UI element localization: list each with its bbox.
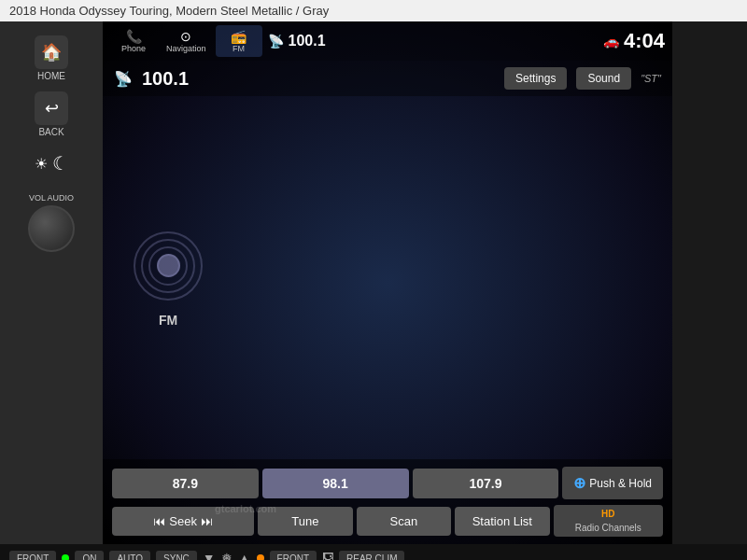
seek-forward-icon: ⏭ [201,514,213,528]
on-button[interactable]: ON [75,551,104,561]
tune-button[interactable]: Tune [258,507,352,536]
navigation-nav-button[interactable]: ⊙ Navigation [159,25,214,57]
infotainment-screen: 📞 Phone ⊙ Navigation 📻 FM 📡 100.1 🚗 4:04 [103,21,672,544]
presets-row: 87.9 98.1 107.9 ⊕ Push & Hold [112,467,663,499]
station-list-button[interactable]: Station List [455,507,549,536]
time-display: 🚗 4:04 [603,29,665,53]
plus-icon: ⊕ [573,474,585,492]
station-display: 📡 100.1 [268,33,326,49]
phone-nav-button[interactable]: 📞 Phone [110,25,157,57]
fm-ring-4 [134,231,203,301]
home-label: HOME [37,71,65,82]
auto-button[interactable]: AUTO [109,551,150,561]
clock: 4:04 [624,29,665,53]
back-label: BACK [38,127,63,138]
seat-heat-icon: ⛾ [322,552,333,560]
bottom-controls-row: FRONT ON AUTO SYNC ▼ ❅ ▲ FRONT ⛾ REAR CL… [9,551,738,561]
actions-row: ⏮ Seek ⏭ Tune Scan Station List HD Radio… [112,505,663,537]
screen-nav: 📞 Phone ⊙ Navigation 📻 FM 📡 100.1 🚗 4:04 [103,21,672,61]
settings-button[interactable]: Settings [504,67,567,90]
vol-knob-area: VOL AUDIO [28,193,75,252]
seek-back-icon: ⏮ [153,514,165,528]
fm-label: FM [159,313,177,328]
hd-label: HD [601,509,614,519]
rear-clim-button[interactable]: REAR CLIM [339,551,404,561]
back-icon: ↩ [35,91,68,125]
left-panel: 🏠 HOME ↩ BACK ☀ ☾ VOL AUDIO [0,21,103,544]
fm-rings [131,229,205,303]
frequency-bar: 📡 100.1 Settings Sound "ST" [103,61,672,96]
brightness-down-icon[interactable]: ☀ [35,155,48,173]
front2-button[interactable]: FRONT [270,551,317,561]
push-hold-label: Push & Hold [589,477,652,490]
sound-button[interactable]: Sound [576,67,631,90]
sync-button[interactable]: SYNC [156,551,197,561]
fm-signal-icon: 📡 [114,70,133,88]
brightness-up-icon[interactable]: ☾ [52,152,69,175]
scan-button[interactable]: Scan [357,507,451,536]
hd-radio-button[interactable]: HD Radio Channels [554,505,663,537]
push-and-hold-button[interactable]: ⊕ Push & Hold [562,467,663,499]
st-badge: "ST" [641,73,661,84]
fm-nav-label: FM [233,44,245,53]
preset-button-2[interactable]: 98.1 [262,469,409,498]
front-button[interactable]: FRONT [9,551,56,561]
car-icon: 🚗 [603,34,619,49]
green-indicator [62,554,69,560]
fm-nav-button[interactable]: 📻 FM [216,25,262,57]
bottom-controls: 87.9 98.1 107.9 ⊕ Push & Hold ⏮ Seek ⏭ T… [103,459,672,544]
title-bar: 2018 Honda Odyssey Touring, Modern Steel… [0,0,747,21]
preset-button-3[interactable]: 107.9 [413,469,559,498]
vol-knob[interactable] [28,205,75,252]
home-icon: 🏠 [35,35,68,69]
home-button[interactable]: 🏠 HOME [35,35,68,82]
current-frequency: 100.1 [142,68,495,90]
navigation-icon: ⊙ [180,29,191,44]
right-panel [672,21,747,544]
phone-icon: 📞 [126,29,142,44]
preset-button-1[interactable]: 87.9 [112,469,259,498]
fan-up-icon[interactable]: ▲ [238,551,251,560]
title-text: 2018 Honda Odyssey Touring, Modern Steel… [9,4,329,18]
orange-indicator [257,554,264,560]
seek-button[interactable]: ⏮ Seek ⏭ [112,507,254,536]
hd-channels-label: Radio Channels [575,523,641,533]
radio-signal-icon: 📡 [268,34,284,49]
brightness-controls: ☀ ☾ [35,152,69,175]
navigation-nav-label: Navigation [166,44,206,53]
fm-visual-area: FM [103,96,672,459]
bottom-bar: FRONT ON AUTO SYNC ▼ ❅ ▲ FRONT ⛾ REAR CL… [0,544,747,560]
fm-ring-container: FM [131,229,205,328]
fm-icon: 📻 [231,29,247,44]
phone-nav-label: Phone [121,44,146,53]
fan-icon: ❅ [221,551,233,560]
nav-station-freq: 100.1 [289,33,326,49]
seek-label: Seek [169,514,197,528]
back-button[interactable]: ↩ BACK [35,91,68,138]
vol-label: VOL AUDIO [29,193,74,203]
fan-down-icon[interactable]: ▼ [203,551,216,560]
